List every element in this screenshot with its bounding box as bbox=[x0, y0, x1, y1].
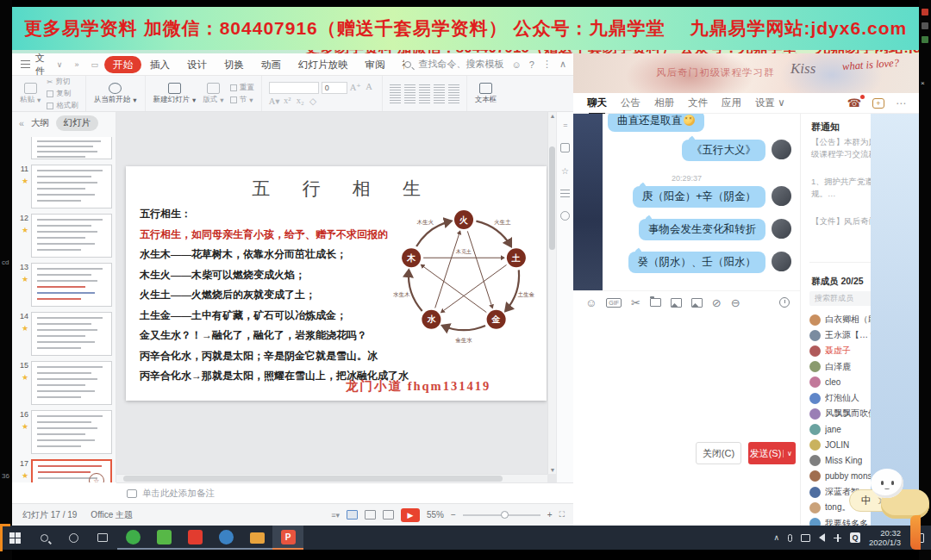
emoji-icon[interactable]: ☺ bbox=[585, 296, 597, 309]
chat-tab-3[interactable]: 文件 bbox=[688, 96, 708, 109]
thumbnail-row-12[interactable]: 12★ bbox=[12, 211, 116, 260]
vertical-scrollbar[interactable]: ▲▼ bbox=[547, 112, 556, 474]
fit-slide-icon[interactable]: ⛶ bbox=[559, 510, 565, 520]
panel-collapse-icon[interactable]: « bbox=[19, 118, 24, 128]
overflow-chevrons-icon[interactable]: » bbox=[74, 60, 78, 69]
hidden-icons-chevron[interactable]: ∧ bbox=[773, 533, 779, 542]
font-family-select[interactable] bbox=[269, 82, 319, 94]
speaker-icon[interactable] bbox=[819, 533, 825, 542]
normal-view-icon[interactable] bbox=[347, 510, 358, 520]
chat-tab-2[interactable]: 相册 bbox=[654, 96, 674, 109]
message-history[interactable]: 曲直还是取直《五行大义》20:29:37庚（阳金）+辛（阴金）事物会发生变化和转… bbox=[573, 114, 800, 290]
slideshow-play-button[interactable]: ▶ bbox=[401, 508, 420, 522]
message-input-area[interactable] bbox=[573, 314, 800, 435]
slides-tab[interactable]: 幻灯片 bbox=[56, 115, 99, 131]
history-clock-icon[interactable] bbox=[779, 297, 790, 308]
message-sent[interactable]: 癸（阴水）、壬（阳水） bbox=[628, 252, 792, 273]
collapse-ribbon-icon[interactable]: ∧ bbox=[559, 59, 566, 70]
thumbnail-slide-12[interactable] bbox=[31, 214, 112, 258]
new-message-icon[interactable]: + bbox=[872, 98, 884, 109]
increase-font-icon[interactable]: A⁺ bbox=[350, 82, 361, 94]
bullets-icon[interactable] bbox=[390, 84, 401, 93]
clear-format-button[interactable]: ◇ bbox=[308, 96, 319, 106]
ribbon-tab-0[interactable]: 开始 bbox=[104, 56, 141, 73]
align-right-icon[interactable] bbox=[419, 95, 430, 103]
slide-editor-area[interactable]: 五 行 相 生 五行相生：五行相生，如同母亲生育小孩，给予、赠予不求回报的水生木… bbox=[116, 112, 556, 482]
thumbnail-row-15[interactable]: 15★ bbox=[12, 358, 116, 408]
section-button[interactable]: 节 ▾ bbox=[230, 95, 254, 105]
hamburger-menu-icon[interactable] bbox=[21, 60, 30, 68]
message-received[interactable]: 曲直还是取直 bbox=[608, 114, 704, 132]
message-bubble[interactable]: 《五行大义》 bbox=[682, 140, 765, 161]
message-bubble[interactable]: 曲直还是取直 bbox=[608, 114, 704, 132]
sender-avatar[interactable] bbox=[772, 186, 791, 206]
folder-icon[interactable] bbox=[650, 298, 661, 307]
reading-view-icon[interactable] bbox=[383, 510, 394, 520]
superscript-button[interactable]: x² bbox=[282, 96, 293, 105]
app-browser-globe[interactable] bbox=[210, 526, 241, 550]
image2-icon[interactable] bbox=[691, 298, 703, 308]
search-icon[interactable] bbox=[404, 61, 411, 68]
task-view-button[interactable] bbox=[88, 526, 117, 550]
paste-button[interactable]: 粘贴 ▾ bbox=[16, 83, 44, 105]
cortana-button[interactable] bbox=[59, 526, 88, 550]
more-options-icon[interactable]: ⋯ bbox=[896, 97, 907, 109]
message-sent[interactable]: 《五行大义》 bbox=[682, 140, 791, 161]
taskbar-clock[interactable]: 20:32 2020/1/3 bbox=[869, 528, 901, 547]
align-center-icon[interactable] bbox=[404, 95, 416, 103]
thumbnail-partial[interactable] bbox=[12, 134, 116, 162]
file-menu-chevron-icon[interactable]: ∨ bbox=[57, 60, 63, 69]
columns-icon[interactable] bbox=[448, 95, 459, 103]
font-size-select[interactable]: 0 bbox=[322, 82, 347, 94]
copy-button[interactable]: 复制 bbox=[47, 89, 78, 99]
play-from-current-button[interactable]: 从当前开始 ▾ bbox=[91, 83, 141, 105]
shape-star-icon[interactable]: ☆ bbox=[561, 166, 569, 176]
format-painter-button[interactable]: 格式刷 bbox=[47, 101, 78, 111]
properties-sliders-icon[interactable] bbox=[560, 190, 570, 197]
thumbnail-slide-15[interactable] bbox=[31, 361, 112, 405]
app-file-explorer[interactable] bbox=[241, 526, 272, 550]
help-icon[interactable]: ? bbox=[529, 59, 534, 70]
taskbar-search-button[interactable] bbox=[29, 526, 59, 550]
sender-avatar[interactable] bbox=[772, 219, 791, 239]
notes-bar[interactable]: 单击此处添加备注 bbox=[116, 482, 573, 503]
chat-tab-1[interactable]: 公告 bbox=[621, 96, 640, 109]
ribbon-tab-2[interactable]: 设计 bbox=[178, 56, 216, 73]
thumbnail-slide-13[interactable] bbox=[31, 263, 112, 307]
app-red-l[interactable] bbox=[179, 526, 210, 550]
send-button[interactable]: 发送(S) ∨ bbox=[748, 442, 796, 464]
numbering-icon[interactable] bbox=[404, 84, 416, 93]
picture-icon[interactable] bbox=[671, 298, 682, 308]
slide-canvas[interactable]: 五 行 相 生 五行相生：五行相生，如同母亲生育小孩，给予、赠予不求回报的水生木… bbox=[126, 166, 547, 401]
microphone-icon[interactable] bbox=[788, 534, 792, 542]
zoom-slider[interactable] bbox=[463, 514, 540, 516]
chat-tab-0[interactable]: 聊天 bbox=[587, 96, 607, 109]
thumbnail-slide-14[interactable] bbox=[31, 312, 112, 356]
kebab-menu-icon[interactable]: ⋮ bbox=[542, 59, 552, 70]
smiley-feedback-icon[interactable]: ☺ bbox=[512, 59, 522, 70]
command-search[interactable]: 查找命令、搜索模板 bbox=[419, 58, 504, 71]
reset-button[interactable]: 重置 bbox=[230, 83, 254, 93]
textbox-button[interactable]: 文本框 bbox=[472, 83, 501, 105]
file-menu[interactable]: 文件 bbox=[35, 52, 51, 78]
send-options-caret-icon[interactable]: ∨ bbox=[783, 450, 796, 457]
justify-icon[interactable] bbox=[434, 95, 445, 103]
ribbon-tab-4[interactable]: 动画 bbox=[253, 56, 290, 73]
display-icon[interactable] bbox=[801, 534, 810, 542]
thumbnail-row-16[interactable]: 16★ bbox=[12, 408, 116, 457]
app-green-l[interactable] bbox=[148, 526, 179, 550]
horizontal-scrollbar[interactable] bbox=[116, 474, 547, 482]
decrease-font-icon[interactable]: A bbox=[364, 82, 375, 94]
ribbon-tab-7[interactable]: 视图 bbox=[393, 56, 403, 73]
app-360-safety[interactable] bbox=[117, 526, 148, 550]
thumbnail-row-14[interactable]: 14★ bbox=[12, 309, 116, 358]
cut-button[interactable]: ✂ 剪切 bbox=[47, 77, 78, 87]
gif-icon[interactable]: GIF bbox=[606, 298, 622, 308]
q-app-tray-icon[interactable]: Q bbox=[850, 532, 860, 543]
ribbon-tab-5[interactable]: 幻灯片放映 bbox=[290, 56, 357, 73]
thumbnail-slide-11[interactable] bbox=[31, 165, 112, 208]
zoom-in-icon[interactable]: + bbox=[547, 510, 553, 520]
animation-pane-icon[interactable] bbox=[560, 143, 570, 152]
app-wps-presentation[interactable]: P bbox=[272, 526, 303, 550]
message-bubble[interactable]: 癸（阴水）、壬（阳水） bbox=[628, 252, 766, 273]
